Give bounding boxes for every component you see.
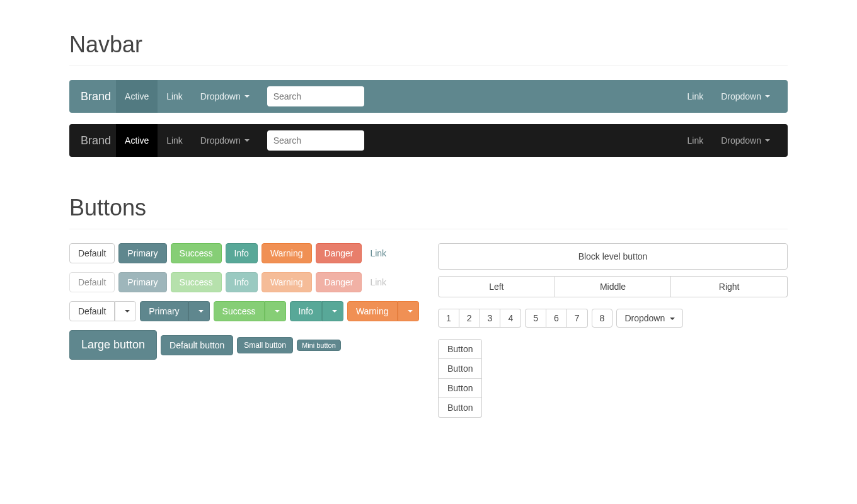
justified-middle[interactable]: Middle xyxy=(555,276,672,297)
section-heading-buttons: Buttons xyxy=(69,195,788,221)
success-button[interactable]: Success xyxy=(171,243,222,263)
divider xyxy=(69,229,788,229)
danger-button[interactable]: Danger xyxy=(316,243,362,263)
navbar-default: Brand Active Link Dropdown Link Dropdown xyxy=(69,80,788,113)
caret-down-icon xyxy=(408,310,413,312)
button-styles-disabled-row: Default Primary Success Info Warning Dan… xyxy=(69,272,419,292)
split-primary-caret[interactable] xyxy=(188,301,210,321)
primary-button[interactable]: Primary xyxy=(118,243,166,263)
divider xyxy=(69,66,788,66)
nav-right-link[interactable]: Link xyxy=(678,80,712,113)
caret-down-icon xyxy=(198,310,204,312)
default-button[interactable]: Default xyxy=(69,243,115,263)
toolbar-btn-5[interactable]: 5 xyxy=(525,309,546,328)
vertical-button[interactable]: Button xyxy=(438,398,482,418)
split-success-caret[interactable] xyxy=(265,301,286,321)
section-heading-navbar: Navbar xyxy=(69,32,788,58)
nav-right-dropdown[interactable]: Dropdown xyxy=(712,80,779,113)
success-button-disabled: Success xyxy=(171,272,222,292)
nav-right-dropdown-label: Dropdown xyxy=(721,91,761,101)
info-button-disabled: Info xyxy=(226,272,258,292)
link-button[interactable]: Link xyxy=(365,243,391,263)
small-button[interactable]: Small button xyxy=(237,337,293,353)
toolbar-group-dropdown: Dropdown xyxy=(616,309,683,328)
toolbar-btn-8[interactable]: 8 xyxy=(592,309,613,328)
block-level-button[interactable]: Block level button xyxy=(438,243,788,270)
default-button-disabled: Default xyxy=(69,272,115,292)
button-split-row: Default Primary Success Info xyxy=(69,301,419,321)
toolbar-btn-7[interactable]: 7 xyxy=(567,309,588,328)
vertical-button[interactable]: Button xyxy=(438,379,482,398)
caret-down-icon xyxy=(244,139,250,142)
warning-button-disabled: Warning xyxy=(262,272,312,292)
caret-down-icon xyxy=(275,310,280,312)
button-sizes-row: Large button Default button Small button… xyxy=(69,330,419,360)
split-success-button[interactable]: Success xyxy=(214,301,265,321)
caret-down-icon xyxy=(244,95,250,98)
toolbar-btn-2[interactable]: 2 xyxy=(459,309,480,328)
split-default-button[interactable]: Default xyxy=(69,301,115,321)
button-toolbar: 1 2 3 4 5 6 7 8 Dropdow xyxy=(438,309,788,328)
nav-right-link[interactable]: Link xyxy=(678,124,712,157)
toolbar-group-2: 5 6 7 xyxy=(525,309,587,328)
justified-group: Left Middle Right xyxy=(438,276,788,297)
primary-button-disabled: Primary xyxy=(118,272,166,292)
split-primary: Primary xyxy=(140,301,209,321)
toolbar-group-3: 8 xyxy=(592,309,613,328)
split-warning-caret[interactable] xyxy=(398,301,419,321)
split-info-button[interactable]: Info xyxy=(290,301,322,321)
toolbar-btn-3[interactable]: 3 xyxy=(480,309,501,328)
split-default-caret[interactable] xyxy=(115,301,136,321)
nav-item-link[interactable]: Link xyxy=(158,124,192,157)
info-button[interactable]: Info xyxy=(226,243,258,263)
split-default: Default xyxy=(69,301,136,321)
navbar-search-input[interactable] xyxy=(267,130,364,151)
toolbar-btn-6[interactable]: 6 xyxy=(546,309,567,328)
vertical-button[interactable]: Button xyxy=(438,359,482,379)
justified-left[interactable]: Left xyxy=(438,276,555,297)
split-warning: Warning xyxy=(347,301,419,321)
navbar-brand[interactable]: Brand xyxy=(78,90,113,103)
toolbar-group-1: 1 2 3 4 xyxy=(438,309,521,328)
justified-right[interactable]: Right xyxy=(671,276,788,297)
large-button[interactable]: Large button xyxy=(69,330,157,360)
nav-item-dropdown-label: Dropdown xyxy=(200,135,241,146)
navbar-brand[interactable]: Brand xyxy=(78,134,113,147)
split-warning-button[interactable]: Warning xyxy=(347,301,398,321)
button-styles-row: Default Primary Success Info Warning Dan… xyxy=(69,243,419,263)
warning-button[interactable]: Warning xyxy=(262,243,312,263)
toolbar-dropdown-label: Dropdown xyxy=(624,313,665,323)
navbar-nav-left: Active Link Dropdown xyxy=(116,80,258,113)
caret-down-icon xyxy=(125,310,130,312)
buttons-left-column: Default Primary Success Info Warning Dan… xyxy=(69,243,419,418)
nav-right-dropdown[interactable]: Dropdown xyxy=(712,124,779,157)
toolbar-btn-1[interactable]: 1 xyxy=(438,309,459,328)
navbar-search-input[interactable] xyxy=(267,86,364,106)
nav-item-active[interactable]: Active xyxy=(116,80,158,113)
vertical-button-group: Button Button Button Button xyxy=(438,339,482,418)
link-button-disabled: Link xyxy=(365,272,391,292)
toolbar-dropdown-button[interactable]: Dropdown xyxy=(616,309,683,328)
navbar-inverse: Brand Active Link Dropdown Link Dropdown xyxy=(69,124,788,157)
default-size-button[interactable]: Default button xyxy=(161,335,233,355)
nav-item-link[interactable]: Link xyxy=(158,80,192,113)
nav-item-active[interactable]: Active xyxy=(116,124,158,157)
split-info: Info xyxy=(290,301,343,321)
caret-down-icon xyxy=(670,318,675,320)
split-primary-button[interactable]: Primary xyxy=(140,301,188,321)
nav-item-dropdown[interactable]: Dropdown xyxy=(192,80,258,113)
nav-item-dropdown-label: Dropdown xyxy=(200,91,241,101)
toolbar-btn-4[interactable]: 4 xyxy=(500,309,521,328)
caret-down-icon xyxy=(332,310,337,312)
danger-button-disabled: Danger xyxy=(316,272,362,292)
caret-down-icon xyxy=(765,95,770,98)
split-info-caret[interactable] xyxy=(322,301,343,321)
nav-item-dropdown[interactable]: Dropdown xyxy=(192,124,258,157)
navbar-nav-left: Active Link Dropdown xyxy=(116,124,258,157)
mini-button[interactable]: Mini button xyxy=(297,340,341,351)
navbar-nav-right: Link Dropdown xyxy=(678,80,779,113)
split-success: Success xyxy=(214,301,286,321)
vertical-button[interactable]: Button xyxy=(438,339,482,359)
caret-down-icon xyxy=(765,139,770,142)
nav-right-dropdown-label: Dropdown xyxy=(721,135,761,146)
